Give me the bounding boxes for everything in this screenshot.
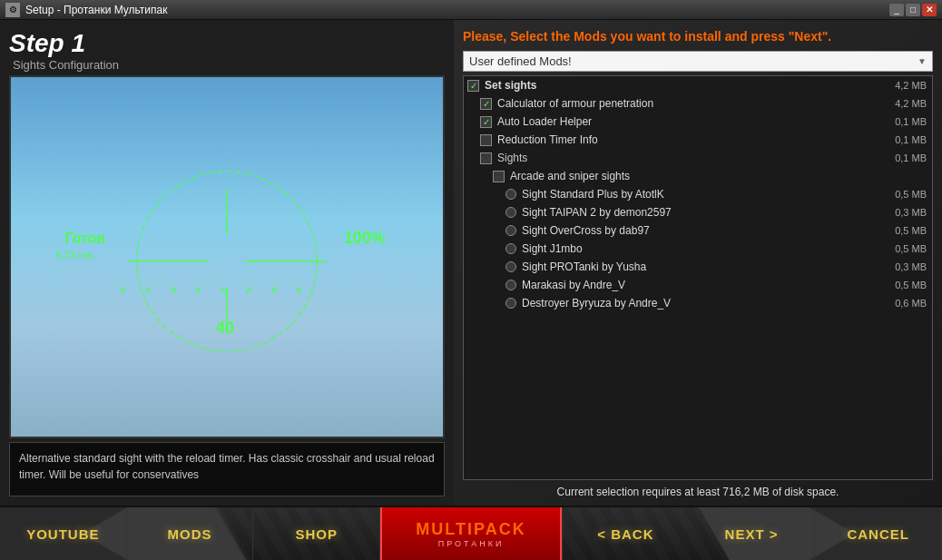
mod-radio[interactable] <box>505 298 516 309</box>
mod-checkbox[interactable] <box>480 116 492 128</box>
logo-pack: PACK <box>474 520 526 538</box>
list-item[interactable]: Sights0,1 MB <box>464 149 932 167</box>
shop-button[interactable]: Shop <box>253 507 380 560</box>
mod-list[interactable]: Set sights4,2 MBCalculator of armour pen… <box>463 75 933 480</box>
logo: MULTIPACK ПРОТАНКИ <box>380 507 562 560</box>
svg-text:40: 40 <box>216 319 234 337</box>
mod-label: Sight OverCross by dab97 <box>522 224 889 237</box>
mod-radio[interactable] <box>505 189 516 200</box>
mod-size: 0,1 MB <box>895 116 927 127</box>
svg-text:∧: ∧ <box>119 283 127 296</box>
list-item[interactable]: Auto Loader Helper0,1 MB <box>464 113 932 131</box>
mod-size: 4,2 MB <box>895 98 927 109</box>
mods-button[interactable]: Mods <box>127 507 254 560</box>
list-item[interactable]: Sight Standard Plus by AtotlK0,5 MB <box>464 185 932 203</box>
mod-radio[interactable] <box>505 207 516 218</box>
maximize-button[interactable]: □ <box>906 4 920 16</box>
svg-text:∧: ∧ <box>245 283 253 296</box>
svg-text:∧: ∧ <box>220 283 228 296</box>
step-title: Step 1 <box>9 29 445 58</box>
logo-text: MULTIPACK <box>416 520 525 539</box>
title-bar-left: ⚙ Setup - Протанки Мультипак <box>5 3 168 17</box>
mod-label: Sight PROTanki by Yusha <box>522 260 889 273</box>
minimize-button[interactable]: _ <box>889 4 904 16</box>
right-panel: Please, Select the Mods you want to inst… <box>454 20 942 506</box>
mod-size: 0,1 MB <box>895 152 927 163</box>
logo-subtitle: ПРОТАНКИ <box>438 539 505 548</box>
mod-size: 0,3 MB <box>895 207 927 218</box>
mod-label: Sights <box>497 152 889 164</box>
step-subtitle: Sights Configuration <box>13 58 445 72</box>
preview-area: ∧ ∧ ∧ ∧ ∧ ∧ ∧ ∧ Готов 6.73 сек. 100% 40 <box>9 75 445 438</box>
back-button[interactable]: < Back <box>562 507 689 560</box>
list-item[interactable]: Arcade and sniper sights <box>464 167 932 185</box>
list-item[interactable]: Destroyer Byryuza by Andre_V0,6 MB <box>464 294 932 312</box>
bottom-bar: YouTube Mods Shop MULTIPACK ПРОТАНКИ < B… <box>0 506 942 560</box>
mod-checkbox[interactable] <box>480 98 492 110</box>
mod-checkbox[interactable] <box>480 134 492 146</box>
mod-radio[interactable] <box>505 225 516 236</box>
mod-label: Arcade and sniper sights <box>510 170 921 182</box>
next-button[interactable]: Next > <box>689 507 816 560</box>
svg-text:Готов: Готов <box>65 231 106 246</box>
mod-label: Marakasi by Andre_V <box>522 279 889 291</box>
list-item[interactable]: Set sights4,2 MB <box>464 76 932 94</box>
list-item[interactable]: Sight OverCross by dab970,5 MB <box>464 221 932 240</box>
window-title: Setup - Протанки Мультипак <box>25 4 168 16</box>
mod-dropdown[interactable]: User defined Mods! ▼ <box>463 51 933 72</box>
app-icon: ⚙ <box>5 3 20 17</box>
list-item[interactable]: Sight TAIPAN 2 by demon25970,3 MB <box>464 203 932 221</box>
title-bar-buttons: _ □ ✕ <box>889 4 937 16</box>
list-item[interactable]: Reduction Timer Info0,1 MB <box>464 131 932 149</box>
mod-size: 0,5 MB <box>895 225 927 236</box>
mod-label: Reduction Timer Info <box>497 133 889 146</box>
mod-checkbox[interactable] <box>480 152 492 164</box>
description-area: Alternative standard sight with the relo… <box>9 442 445 496</box>
left-panel: Step 1 Sights Configuration ∧ ∧ ∧ ∧ ∧ <box>0 20 454 506</box>
logo-multi: MULTI <box>416 520 474 538</box>
youtube-button[interactable]: YouTube <box>0 507 127 560</box>
mod-size: 0,5 MB <box>895 243 927 254</box>
close-button[interactable]: ✕ <box>922 4 937 16</box>
mod-checkbox[interactable] <box>493 171 505 182</box>
step-header: Step 1 Sights Configuration <box>9 29 445 72</box>
svg-text:∧: ∧ <box>194 283 202 296</box>
title-bar: ⚙ Setup - Протанки Мультипак _ □ ✕ <box>0 0 942 20</box>
disk-space-text: Current selection requires at least 716,… <box>463 486 933 498</box>
list-item[interactable]: Sight PROTanki by Yusha0,3 MB <box>464 258 932 276</box>
main-content: Step 1 Sights Configuration ∧ ∧ ∧ ∧ ∧ <box>0 20 942 506</box>
list-item[interactable]: Sight J1mbo0,5 MB <box>464 240 932 258</box>
chevron-down-icon: ▼ <box>917 56 927 66</box>
mod-radio[interactable] <box>505 280 516 290</box>
mod-size: 4,2 MB <box>895 80 927 91</box>
mod-label: Sight Standard Plus by AtotlK <box>522 188 889 201</box>
list-item[interactable]: Marakasi by Andre_V0,5 MB <box>464 276 932 294</box>
mod-label: Calculator of armour penetration <box>497 97 889 110</box>
mod-size: 0,5 MB <box>895 189 927 200</box>
mod-size: 0,1 MB <box>895 134 927 145</box>
svg-text:∧: ∧ <box>270 283 279 296</box>
mod-label: Sight TAIPAN 2 by demon2597 <box>522 206 889 219</box>
mod-label: Sight J1mbo <box>522 242 889 255</box>
svg-text:∧: ∧ <box>144 283 152 296</box>
mod-size: 0,3 MB <box>895 261 927 272</box>
svg-text:6.73 сек.: 6.73 сек. <box>56 250 96 260</box>
mod-label: Auto Loader Helper <box>497 115 889 128</box>
cancel-button[interactable]: Cancel <box>815 507 942 560</box>
mod-radio[interactable] <box>505 261 516 272</box>
description-text: Alternative standard sight with the relo… <box>19 450 435 483</box>
mod-size: 0,6 MB <box>895 298 927 309</box>
list-item[interactable]: Calculator of armour penetration4,2 MB <box>464 94 932 113</box>
mod-checkbox[interactable] <box>467 80 479 92</box>
svg-text:∧: ∧ <box>170 283 178 296</box>
mod-size: 0,5 MB <box>895 280 927 290</box>
dropdown-value: User defined Mods! <box>469 54 572 68</box>
svg-text:100%: 100% <box>344 229 386 247</box>
mod-label: Destroyer Byryuza by Andre_V <box>522 297 889 309</box>
mod-label: Set sights <box>485 79 889 92</box>
mod-radio[interactable] <box>505 243 516 254</box>
instruction-text: Please, Select the Mods you want to inst… <box>463 29 933 44</box>
svg-text:∧: ∧ <box>295 283 303 296</box>
